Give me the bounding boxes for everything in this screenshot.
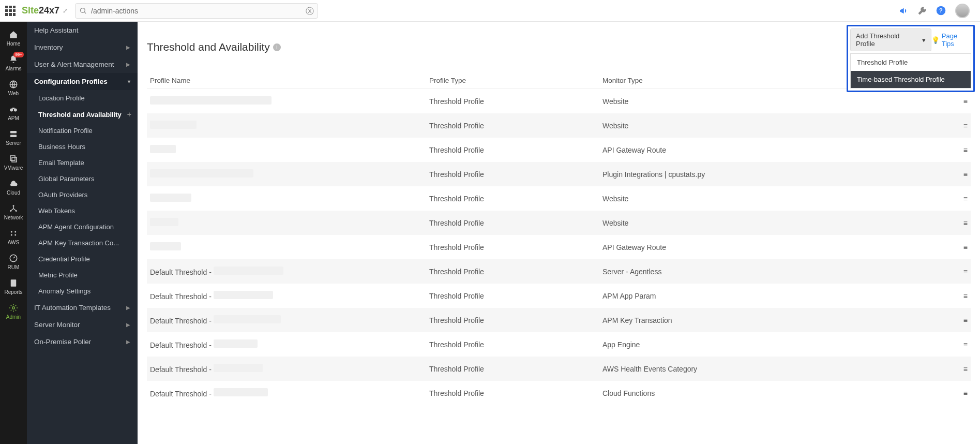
- table-row[interactable]: Threshold Profile Website ≡: [147, 186, 971, 211]
- chevron-right-icon: ▶: [126, 305, 130, 310]
- table-row[interactable]: Default Threshold - Threshold Profile Se…: [147, 259, 971, 284]
- svg-text:?: ?: [939, 7, 943, 13]
- sidenav-item-credential-profile[interactable]: Credential Profile: [33, 251, 138, 267]
- sidenav-item-inventory[interactable]: Inventory▶: [27, 39, 138, 56]
- rail-item-reports[interactable]: Reports: [0, 274, 27, 299]
- user-avatar[interactable]: [955, 4, 970, 18]
- layers-icon: [9, 154, 18, 164]
- rail-item-cloud[interactable]: Cloud: [0, 175, 27, 200]
- sidenav-section-configuration-profiles[interactable]: Configuration Profiles▾: [27, 73, 138, 90]
- row-actions-icon[interactable]: ≡: [950, 211, 971, 235]
- rail-label: Server: [6, 140, 21, 146]
- row-actions-icon[interactable]: ≡: [950, 162, 971, 186]
- gauge-icon: [9, 254, 18, 263]
- sidenav-item-apm-agent-configuration[interactable]: APM Agent Configuration: [33, 219, 138, 235]
- table-row[interactable]: Threshold Profile Website ≡: [147, 211, 971, 235]
- sidenav-item-global-parameters[interactable]: Global Parameters: [33, 171, 138, 187]
- cell-monitor-type: Plugin Integrations | cpustats.py: [599, 162, 950, 186]
- cell-monitor-type: Website: [599, 211, 950, 235]
- rail-item-apm[interactable]: APM: [0, 100, 27, 125]
- rail-item-alarms[interactable]: Alarms99+: [0, 51, 27, 76]
- row-actions-icon[interactable]: ≡: [950, 332, 971, 357]
- table-row[interactable]: Default Threshold - Threshold Profile Ap…: [147, 332, 971, 357]
- row-actions-icon[interactable]: ≡: [950, 89, 971, 114]
- sidenav-item-anomaly-settings[interactable]: Anomaly Settings: [33, 283, 138, 299]
- sidenav-item-user-alert-management[interactable]: User & Alert Management▶: [27, 56, 138, 73]
- table-row[interactable]: Default Threshold - Threshold Profile Cl…: [147, 381, 971, 405]
- wrench-icon[interactable]: [917, 6, 927, 16]
- row-actions-icon[interactable]: ≡: [950, 138, 971, 162]
- sidenav-item-metric-profile[interactable]: Metric Profile: [33, 267, 138, 283]
- sidenav-label: Email Template: [38, 159, 84, 167]
- chevron-right-icon: ▶: [126, 322, 130, 328]
- table-row[interactable]: Default Threshold - Threshold Profile AP…: [147, 284, 971, 308]
- dropdown-item-threshold-profile[interactable]: Threshold Profile: [851, 54, 971, 71]
- info-icon[interactable]: i: [273, 43, 281, 51]
- sidenav-item-web-tokens[interactable]: Web Tokens: [33, 203, 138, 219]
- apps-grid-icon[interactable]: [5, 6, 16, 16]
- expand-icon[interactable]: ⤢: [63, 7, 68, 14]
- table-row[interactable]: Threshold Profile API Gateway Route ≡: [147, 235, 971, 259]
- table-row[interactable]: Default Threshold - Threshold Profile AP…: [147, 308, 971, 332]
- add-profile-dropdown-menu: Threshold Profile Time-based Threshold P…: [850, 53, 971, 88]
- rail-item-admin[interactable]: Admin: [0, 299, 27, 324]
- col-profile-type[interactable]: Profile Type: [426, 72, 599, 89]
- rail-item-web[interactable]: Web: [0, 76, 27, 100]
- row-actions-icon[interactable]: ≡: [950, 381, 971, 405]
- sidenav-item-apm-key-transaction-co-[interactable]: APM Key Transaction Co...: [33, 235, 138, 251]
- sidenav-item-server-monitor[interactable]: Server Monitor▶: [27, 316, 138, 333]
- col-profile-name[interactable]: Profile Name: [147, 72, 426, 89]
- rail-item-aws[interactable]: AWS: [0, 225, 27, 249]
- table-row[interactable]: Default Threshold - Threshold Profile AW…: [147, 357, 971, 381]
- table-row[interactable]: Threshold Profile Plugin Integrations | …: [147, 162, 971, 186]
- dropdown-item-time-based-threshold-profile[interactable]: Time-based Threshold Profile: [851, 71, 971, 88]
- row-actions-icon[interactable]: ≡: [950, 308, 971, 332]
- plus-icon[interactable]: +: [127, 110, 131, 119]
- row-actions-icon[interactable]: ≡: [950, 357, 971, 381]
- sidenav-item-notification-profile[interactable]: Notification Profile: [33, 123, 138, 139]
- rail-item-server[interactable]: Server: [0, 125, 27, 150]
- cell-profile-name: [147, 186, 426, 211]
- help-icon[interactable]: ?: [936, 6, 946, 16]
- cell-profile-name: [147, 162, 426, 186]
- rail-item-home[interactable]: Home: [0, 26, 27, 51]
- svg-rect-10: [10, 156, 15, 160]
- sidenav-item-on-premise-poller[interactable]: On-Premise Poller▶: [27, 333, 138, 350]
- table-row[interactable]: Threshold Profile Website ≡: [147, 113, 971, 138]
- clear-search-icon[interactable]: ⓧ: [306, 6, 314, 17]
- chevron-right-icon: ▶: [126, 62, 130, 67]
- svg-rect-8: [10, 131, 17, 134]
- sidenav-item-threshold-and-availability[interactable]: Threshold and Availability+: [33, 106, 138, 123]
- announcement-icon[interactable]: [899, 6, 908, 16]
- search-icon: [79, 7, 87, 14]
- sidenav-item-location-profile[interactable]: Location Profile: [33, 90, 138, 106]
- cell-profile-type: Threshold Profile: [426, 89, 599, 114]
- sidenav-label: Location Profile: [38, 94, 85, 102]
- row-actions-icon[interactable]: ≡: [950, 284, 971, 308]
- binoc-icon: [9, 105, 18, 114]
- sidenav-item-oauth-providers[interactable]: OAuth Providers: [33, 187, 138, 203]
- rail-label: AWS: [8, 240, 19, 245]
- row-actions-icon[interactable]: ≡: [950, 186, 971, 211]
- rail-label: Network: [4, 215, 23, 220]
- sidenav-label: Notification Profile: [38, 127, 93, 135]
- row-actions-icon[interactable]: ≡: [950, 235, 971, 259]
- rail-item-vmware[interactable]: VMware: [0, 150, 27, 175]
- side-nav: Help AssistantInventory▶User & Alert Man…: [27, 22, 138, 444]
- row-actions-icon[interactable]: ≡: [950, 259, 971, 284]
- page-tips-link[interactable]: 💡 Page Tips: [931, 32, 971, 48]
- sidenav-item-email-template[interactable]: Email Template: [33, 155, 138, 171]
- search-input[interactable]: [75, 3, 318, 19]
- row-actions-icon[interactable]: ≡: [950, 113, 971, 138]
- svg-rect-20: [11, 279, 17, 287]
- sidenav-item-business-hours[interactable]: Business Hours: [33, 139, 138, 155]
- table-row[interactable]: Threshold Profile API Gateway Route ≡: [147, 138, 971, 162]
- sidenav-item-help-assistant[interactable]: Help Assistant: [27, 22, 138, 39]
- add-threshold-profile-button[interactable]: Add Threshold Profile ▾: [850, 28, 931, 51]
- cell-monitor-type: Website: [599, 113, 950, 138]
- rail-item-rum[interactable]: RUM: [0, 249, 27, 274]
- rail-label: VMware: [4, 165, 23, 171]
- rail-item-network[interactable]: Network: [0, 200, 27, 225]
- table-row[interactable]: Threshold Profile Website ≡: [147, 89, 971, 114]
- sidenav-item-it-automation-templates[interactable]: IT Automation Templates▶: [27, 299, 138, 316]
